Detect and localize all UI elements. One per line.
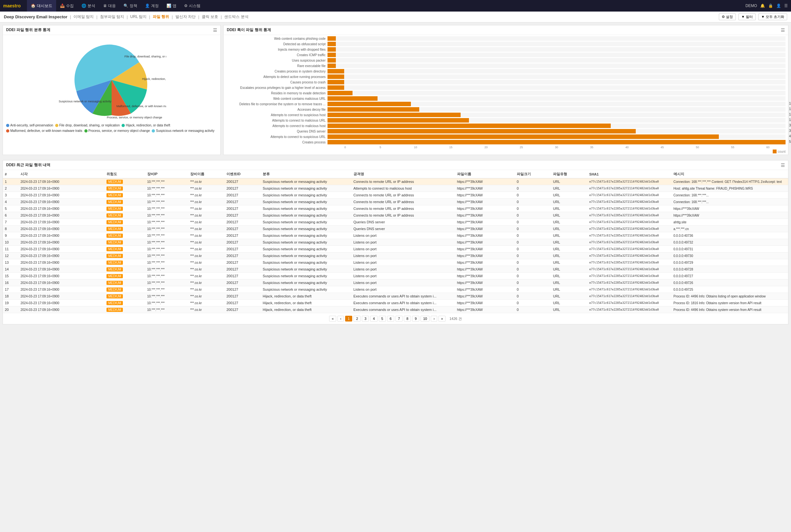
page-2-button[interactable]: 2 (353, 316, 361, 322)
bar-fill-13 (328, 107, 419, 112)
pie-panel-menu-icon[interactable]: ☰ (213, 27, 217, 33)
cell-event-id: 200127 (225, 198, 261, 205)
filter-button[interactable]: ▼ 필터 (738, 14, 756, 20)
table-row[interactable]: 9 2024-03-23 17:09:16+0900 MEDIUM 10.***… (3, 232, 788, 239)
page-5-button[interactable]: 5 (379, 316, 386, 322)
table-row[interactable]: 3 2024-03-23 17:09:16+0900 MEDIUM 10.***… (3, 192, 788, 198)
cell-device: ***.co.kr (188, 246, 225, 252)
lock-icon[interactable]: 🔒 (768, 3, 773, 8)
settings-button[interactable]: ⚙ 설정 (719, 14, 736, 20)
page-7-button[interactable]: 7 (396, 316, 403, 322)
reset-button[interactable]: ▼ 모두 초기화 (758, 14, 787, 20)
notification-icon[interactable]: 🔔 (760, 3, 765, 8)
cell-category: Suspicious network or messaging activity (261, 178, 351, 185)
bar-label-2: Injects memory with dropped files (225, 48, 328, 51)
page-1-button[interactable]: 1 (345, 316, 352, 322)
cell-msg: 0.0.0.0:40736 (672, 232, 788, 239)
cell-category: Suspicious network or messaging activity (261, 205, 351, 212)
table-row[interactable]: 2 2024-03-23 17:09:16+0900 MEDIUM 10.***… (3, 185, 788, 192)
cell-category: Suspicious network or messaging activity (261, 226, 351, 232)
cell-sha1: e77c15471c617e2285a3272114f92482dd1d3ba0 (587, 192, 671, 198)
table-row[interactable]: 5 2024-03-23 17:09:16+0900 MEDIUM 10.***… (3, 205, 788, 212)
cell-sha1: e77c15471c617e2285a3272114f92482dd1d3ba0 (587, 178, 671, 185)
cell-sha1: e77c15471c617e2285a3272114f92482dd1d3ba0 (587, 280, 671, 286)
table-row[interactable]: 13 2024-03-23 17:09:16+0900 MEDIUM 10.**… (3, 259, 788, 266)
breadcrumb-click-protection[interactable]: 클릭 보호 (202, 14, 218, 20)
table-row[interactable]: 18 2024-03-23 17:09:16+0900 MEDIUM 10.**… (3, 293, 788, 300)
breadcrumb-url[interactable]: URL 탐지 (130, 14, 147, 20)
nav-policy[interactable]: 🔍 정책 (120, 0, 141, 12)
pie-container: File drop, download, sharing, or replica… (6, 38, 217, 133)
breadcrumb-file-behavior[interactable]: 파일 행위 (153, 14, 169, 20)
page-3-button[interactable]: 3 (362, 316, 369, 322)
breadcrumb-sandbox[interactable]: 샌드박스 분석 (224, 14, 248, 20)
cell-filesize: 0 (515, 293, 551, 300)
table-row[interactable]: 7 2024-03-23 17:09:16+0900 MEDIUM 10.***… (3, 219, 788, 226)
nav-dashboard[interactable]: 🏠 대시보드 (27, 0, 56, 12)
cell-event-id: 200127 (225, 300, 261, 306)
cell-filetype: URL (551, 246, 587, 252)
page-next-button[interactable]: › (431, 316, 437, 322)
col-time: 시각 (19, 170, 104, 178)
table-row[interactable]: 17 2024-03-23 17:09:16+0900 MEDIUM 10.**… (3, 286, 788, 293)
cell-sha1: e77c15471c617e2285a3272114f92482dd1d3ba0 (587, 306, 671, 313)
cell-risk: MEDIUM (104, 232, 145, 239)
table-row[interactable]: 14 2024-03-23 17:09:16+0900 MEDIUM 10.**… (3, 266, 788, 273)
page-10-button[interactable]: 10 (421, 316, 429, 322)
menu-icon[interactable]: ☰ (784, 3, 788, 8)
nav-system[interactable]: ⚙ 시스템 (180, 0, 204, 12)
table-row[interactable]: 10 2024-03-23 17:09:16+0900 MEDIUM 10.**… (3, 239, 788, 246)
cell-sha1: e77c15471c617e2285a3272114f92482dd1d3ba0 (587, 246, 671, 252)
nav-app[interactable]: 📊 앱 (162, 0, 180, 12)
page-9-button[interactable]: 9 (412, 316, 419, 322)
table-row[interactable]: 19 2024-03-23 17:09:16+0900 MEDIUM 10.**… (3, 300, 788, 306)
nav-respond[interactable]: 🖥 대응 (99, 0, 120, 12)
cell-event-id: 200127 (225, 212, 261, 219)
breadcrumb-email[interactable]: 이메일 탐지 (74, 14, 94, 20)
table-row[interactable]: 20 2024-03-23 17:09:16+0900 MEDIUM 10.**… (3, 306, 788, 313)
bar-panel-menu-icon[interactable]: ☰ (781, 27, 785, 33)
bar-track-6: 2 (328, 69, 786, 74)
table-row[interactable]: 16 2024-03-23 17:09:16+0900 MEDIUM 10.**… (3, 280, 788, 286)
bar-label-4: Uses suspicious packer (225, 59, 328, 62)
page-8-button[interactable]: 8 (404, 316, 411, 322)
page-last-button[interactable]: » (439, 316, 446, 322)
page-4-button[interactable]: 4 (370, 316, 377, 322)
bar-label-18: Attempts to connect to suspicious URL (225, 135, 328, 139)
nav-analyze[interactable]: 🌐 분석 (78, 0, 99, 12)
bar-track-0: 1 (328, 36, 786, 41)
table-row[interactable]: 8 2024-03-23 17:09:16+0900 MEDIUM 10.***… (3, 226, 788, 232)
table-row[interactable]: 4 2024-03-23 17:09:16+0900 MEDIUM 10.***… (3, 198, 788, 205)
nav-collect[interactable]: 📥 수집 (56, 0, 78, 12)
page-title: Deep Discovery Email Inspector (4, 15, 67, 19)
cell-time: 2024-03-23 17:09:16+0900 (19, 232, 104, 239)
page-prev-button[interactable]: ‹ (337, 316, 344, 322)
bar-label-3: Creates ICMP traffic (225, 53, 328, 57)
cell-event-id: 200127 (225, 259, 261, 266)
bar-row-9: Escalates process privileges to gain a h… (225, 86, 786, 90)
x-tick-35: 35 (574, 146, 610, 149)
user-icon[interactable]: 👤 (776, 3, 781, 8)
page-6-button[interactable]: 6 (387, 316, 394, 322)
bar-fill-12 (328, 102, 411, 106)
cell-filetype: URL (551, 239, 587, 246)
table-row[interactable]: 15 2024-03-23 17:09:16+0900 MEDIUM 10.**… (3, 273, 788, 280)
cell-sha1: e77c15471c617e2285a3272114f92482dd1d3ba0 (587, 232, 671, 239)
breadcrumb-sender-block[interactable]: 발신자 차단 (175, 14, 196, 20)
page-first-button[interactable]: « (329, 316, 336, 322)
table-row[interactable]: 11 2024-03-23 17:09:16+0900 MEDIUM 10.**… (3, 246, 788, 252)
cell-filetype: URL (551, 198, 587, 205)
table-row[interactable]: 6 2024-03-23 17:09:16+0900 MEDIUM 10.***… (3, 212, 788, 219)
breadcrumb-attachment[interactable]: 첨부파일 탐지 (100, 14, 124, 20)
table-row[interactable]: 1 2024-03-23 17:09:16+0900 MEDIUM 10.***… (3, 178, 788, 185)
table-row[interactable]: 12 2024-03-23 17:09:16+0900 MEDIUM 10.**… (3, 252, 788, 259)
table-panel-menu-icon[interactable]: ☰ (781, 163, 785, 168)
nav-account[interactable]: 👤 계정 (141, 0, 162, 12)
cell-device: ***.co.kr (188, 293, 225, 300)
bar-legend-box (773, 150, 776, 153)
cell-category: Suspicious network or messaging activity (261, 239, 351, 246)
cell-msg: ahttg.site (672, 219, 788, 226)
cell-sha1: e77c15471c617e2285a3272114f92482dd1d3ba0 (587, 226, 671, 232)
bar-track-5: 1 (328, 63, 786, 68)
bar-track-14: 16 (328, 113, 786, 117)
